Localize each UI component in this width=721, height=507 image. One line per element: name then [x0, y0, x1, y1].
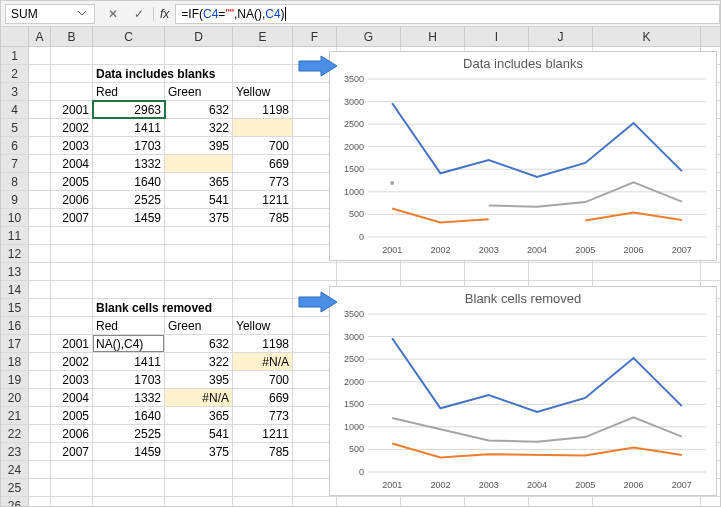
- cell[interactable]: 1703: [93, 137, 165, 154]
- col-header[interactable]: D: [165, 27, 233, 46]
- cell[interactable]: [233, 299, 293, 316]
- col-header[interactable]: J: [529, 27, 593, 46]
- row-header[interactable]: 21: [1, 407, 29, 424]
- cell[interactable]: [29, 461, 51, 478]
- cell[interactable]: 1211: [233, 425, 293, 442]
- select-all-corner[interactable]: [1, 27, 29, 46]
- cell[interactable]: [165, 299, 233, 316]
- cell[interactable]: Red: [93, 317, 165, 334]
- cell[interactable]: [165, 47, 233, 64]
- cell[interactable]: 2001: [51, 335, 93, 352]
- cell[interactable]: [29, 83, 51, 100]
- cell[interactable]: [233, 263, 293, 280]
- cell[interactable]: [93, 47, 165, 64]
- cell[interactable]: [233, 497, 293, 507]
- cell[interactable]: [529, 497, 593, 507]
- cell[interactable]: 1459: [93, 443, 165, 460]
- cell[interactable]: [29, 371, 51, 388]
- cell[interactable]: 2525: [93, 425, 165, 442]
- cell[interactable]: [51, 281, 93, 298]
- cell[interactable]: [29, 263, 51, 280]
- cell[interactable]: [593, 263, 701, 280]
- cell[interactable]: [165, 461, 233, 478]
- cell[interactable]: 365: [165, 407, 233, 424]
- cell[interactable]: [93, 497, 165, 507]
- row-header[interactable]: 12: [1, 245, 29, 262]
- cell[interactable]: 375: [165, 443, 233, 460]
- cell[interactable]: [293, 497, 337, 507]
- cell[interactable]: [233, 227, 293, 244]
- row-header[interactable]: 25: [1, 479, 29, 496]
- cell[interactable]: 773: [233, 407, 293, 424]
- cell[interactable]: 1459: [93, 209, 165, 226]
- row-header[interactable]: 20: [1, 389, 29, 406]
- cell[interactable]: Blank cells removed: [93, 299, 165, 316]
- cell[interactable]: [29, 497, 51, 507]
- cell[interactable]: [29, 299, 51, 316]
- cell[interactable]: [593, 497, 701, 507]
- cell[interactable]: [29, 191, 51, 208]
- cell[interactable]: [29, 281, 51, 298]
- col-header[interactable]: B: [51, 27, 93, 46]
- cell[interactable]: 785: [233, 209, 293, 226]
- cell[interactable]: [51, 227, 93, 244]
- cell[interactable]: 2005: [51, 173, 93, 190]
- cell[interactable]: [165, 497, 233, 507]
- cell[interactable]: 1211: [233, 191, 293, 208]
- col-header[interactable]: A: [29, 27, 51, 46]
- cell[interactable]: [93, 479, 165, 496]
- cancel-icon[interactable]: ✕: [105, 7, 121, 21]
- cell[interactable]: [29, 155, 51, 172]
- cell[interactable]: [51, 245, 93, 262]
- cell[interactable]: [29, 209, 51, 226]
- fx-icon[interactable]: fx: [153, 7, 175, 21]
- row-header[interactable]: 16: [1, 317, 29, 334]
- row-header[interactable]: 26: [1, 497, 29, 507]
- row-header[interactable]: 19: [1, 371, 29, 388]
- cell[interactable]: [29, 173, 51, 190]
- cell[interactable]: [165, 479, 233, 496]
- cell[interactable]: [29, 101, 51, 118]
- cell[interactable]: [165, 281, 233, 298]
- cell[interactable]: 1640: [93, 407, 165, 424]
- row-header[interactable]: 18: [1, 353, 29, 370]
- cell[interactable]: 2001: [51, 101, 93, 118]
- cell[interactable]: [51, 65, 93, 82]
- cell[interactable]: 322: [165, 119, 233, 136]
- cell[interactable]: [93, 263, 165, 280]
- row-header[interactable]: 6: [1, 137, 29, 154]
- row-header[interactable]: 7: [1, 155, 29, 172]
- cell[interactable]: [29, 353, 51, 370]
- cell[interactable]: 2963: [93, 101, 165, 118]
- cell[interactable]: [233, 281, 293, 298]
- cell[interactable]: [51, 299, 93, 316]
- cell[interactable]: [51, 317, 93, 334]
- cell[interactable]: [29, 137, 51, 154]
- row-header[interactable]: 24: [1, 461, 29, 478]
- cell[interactable]: 1198: [233, 101, 293, 118]
- cell[interactable]: 773: [233, 173, 293, 190]
- row-header[interactable]: 1: [1, 47, 29, 64]
- chevron-down-icon[interactable]: [75, 7, 89, 21]
- cell[interactable]: 541: [165, 191, 233, 208]
- cell[interactable]: [29, 227, 51, 244]
- cell[interactable]: [233, 479, 293, 496]
- cell[interactable]: 2003: [51, 371, 93, 388]
- cell[interactable]: Yellow: [233, 83, 293, 100]
- cell[interactable]: [465, 263, 529, 280]
- cell[interactable]: [93, 227, 165, 244]
- cell[interactable]: 2004: [51, 389, 93, 406]
- row-header[interactable]: 15: [1, 299, 29, 316]
- cell[interactable]: [51, 461, 93, 478]
- cell[interactable]: [93, 245, 165, 262]
- cell[interactable]: 2007: [51, 443, 93, 460]
- formula-input[interactable]: =IF(C4="",NA(),C4): [175, 4, 720, 24]
- name-box[interactable]: SUM: [5, 4, 95, 24]
- cell[interactable]: [165, 155, 233, 172]
- cell[interactable]: 669: [233, 155, 293, 172]
- cell[interactable]: [29, 443, 51, 460]
- cell[interactable]: [465, 497, 529, 507]
- chart-data-includes-blanks[interactable]: Data includes blanks 0500100015002000250…: [329, 51, 717, 261]
- row-header[interactable]: 23: [1, 443, 29, 460]
- cell[interactable]: 2004: [51, 155, 93, 172]
